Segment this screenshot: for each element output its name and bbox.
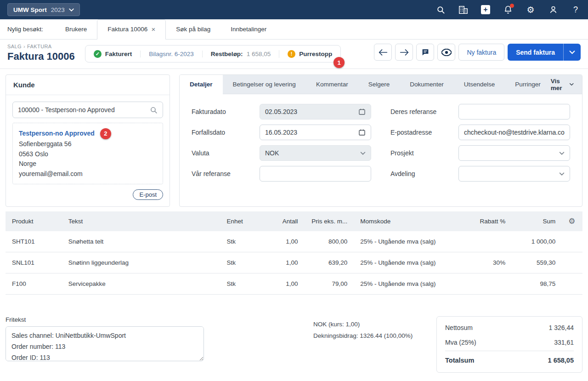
details-tabs: Detaljer Betingelser og levering Komment…	[180, 75, 582, 94]
fakturadato-field[interactable]	[260, 104, 371, 119]
recent-tab-brukere[interactable]: Brukere	[55, 19, 97, 40]
forfallsdato-input[interactable]	[265, 129, 355, 136]
customer-search-field[interactable]	[12, 102, 163, 118]
previous-invoice-button[interactable]	[374, 44, 392, 61]
breadcrumb-faktura[interactable]: FAKTURA	[27, 44, 52, 49]
show-more-menu[interactable]: Vis mer	[551, 78, 582, 91]
table-row[interactable]: F100 Servicepakke Stk 1,00 79,00 25% - U…	[6, 273, 582, 295]
totalsum-value: 1 658,05	[548, 357, 574, 364]
col-tekst: Tekst	[62, 211, 220, 231]
details-fields: Fakturadato Deres referanse Forfallsdato	[180, 94, 582, 191]
field-avdeling: Avdeling	[390, 166, 570, 182]
forfallsdato-field[interactable]	[260, 125, 371, 140]
deres-referanse-field[interactable]	[458, 104, 570, 119]
status-purrestopp: ! Purrestopp	[279, 50, 340, 58]
quick-add-icon[interactable]: +	[481, 5, 491, 15]
search-icon[interactable]	[435, 5, 446, 15]
eye-icon	[441, 49, 452, 56]
recent-tab-innbetalinger[interactable]: Innbetalinger	[220, 19, 277, 40]
col-momskode: Momskode	[354, 211, 466, 231]
table-row[interactable]: SHT101 Snøhetta telt Stk 1,00 800,00 25%…	[6, 231, 582, 252]
recent-tab-sok-pa-bilag[interactable]: Søk på bilag	[166, 19, 220, 40]
field-fakturadato: Fakturadato	[192, 104, 371, 119]
comments-button[interactable]	[416, 44, 434, 61]
field-valuta: Valuta NOK	[192, 145, 371, 161]
close-tab-icon[interactable]: ×	[151, 19, 155, 40]
main-content: Kunde Testperson-no Approved 2 Sofienber…	[0, 69, 588, 207]
next-invoice-button[interactable]	[395, 44, 413, 61]
valuta-value: NOK	[265, 149, 279, 157]
status-fakturert: ✓ Fakturert	[85, 50, 141, 58]
currency-info: NOK (kurs: 1,00) Dekningsbidrag: 1326.44…	[313, 316, 413, 341]
customer-card-title: Kunde	[6, 75, 170, 95]
tab-selgere[interactable]: Selgere	[358, 75, 400, 94]
epostadresse-input[interactable]	[464, 129, 565, 136]
field-prosjekt: Prosjekt	[390, 145, 570, 161]
top-bar: UMW Sport 2023 + ⚙ ?	[0, 0, 588, 19]
search-icon	[150, 106, 158, 114]
avdeling-select[interactable]	[458, 166, 570, 182]
table-row[interactable]: SNL101 Snøtinn liggeunderlag Stk 1,00 63…	[6, 252, 582, 273]
customer-search-input[interactable]	[18, 106, 150, 114]
calendar-icon	[358, 108, 366, 115]
prosjekt-select[interactable]	[458, 145, 570, 161]
fritekst-textarea[interactable]: Sales channel: UniNettbutikk-UmwSport Or…	[6, 326, 204, 361]
epost-row: E-post	[12, 189, 163, 200]
chevron-down-icon	[559, 172, 565, 176]
help-icon[interactable]: ?	[571, 5, 581, 15]
var-referanse-input[interactable]	[265, 170, 366, 177]
restbelop-value: 1 658,05	[247, 51, 271, 57]
table-settings-gear-icon[interactable]: ⚙	[568, 217, 575, 226]
address-line-email: youremail@email.com	[19, 169, 157, 179]
company-name: UMW Sport	[13, 6, 47, 13]
table-header-row: Produkt Tekst Enhet Antall Pris eks. m..…	[6, 211, 582, 231]
bilagsnr-link[interactable]: Bilagsnr. 6-2023	[149, 51, 194, 57]
field-var-referanse: Vår referanse	[192, 166, 371, 182]
tab-purringer[interactable]: Purringer	[505, 75, 551, 94]
status-restbelop: Restbeløp: 1 658,05	[202, 51, 279, 57]
send-invoice-button[interactable]: Send faktura	[508, 44, 563, 61]
var-referanse-field[interactable]	[260, 166, 371, 182]
warning-circle-icon: !	[288, 50, 295, 58]
page-title: Faktura 10006	[7, 51, 75, 63]
email-button[interactable]: E-post	[133, 189, 163, 200]
tab-kommentar[interactable]: Kommentar	[306, 75, 358, 94]
fakturadato-input[interactable]	[265, 108, 355, 115]
arrow-right-icon	[400, 49, 409, 56]
recent-tab-faktura-10006[interactable]: Faktura 10006 ×	[97, 19, 166, 40]
deres-referanse-input[interactable]	[464, 108, 565, 115]
col-pris: Pris eks. m...	[305, 211, 354, 231]
mva-value: 331,61	[554, 339, 574, 346]
tab-dokumenter[interactable]: Dokumenter	[400, 75, 454, 94]
col-sum: Sum	[512, 211, 562, 231]
address-line-country: Norge	[19, 159, 157, 169]
chevron-down-icon	[360, 152, 366, 155]
tab-detaljer[interactable]: Detaljer	[180, 75, 223, 94]
notifications-bell-icon[interactable]	[503, 5, 513, 15]
tab-betingelser-og-levering[interactable]: Betingelser og levering	[223, 75, 306, 94]
epostadresse-field[interactable]	[458, 125, 570, 140]
totalsum-line: Totalsum 1 658,05	[445, 351, 574, 368]
settings-gear-icon[interactable]: ⚙	[526, 5, 536, 15]
company-selector[interactable]: UMW Sport 2023	[7, 3, 80, 16]
new-invoice-button[interactable]: Ny faktura	[458, 44, 504, 61]
breadcrumb-salg[interactable]: SALG	[7, 44, 22, 49]
send-invoice-caret[interactable]	[563, 44, 581, 61]
notification-dot	[510, 4, 514, 8]
user-profile-icon[interactable]	[548, 5, 558, 15]
fritekst-label: Fritekst	[6, 316, 204, 323]
preview-button[interactable]	[437, 44, 455, 61]
field-deres-referanse: Deres referanse	[390, 104, 570, 119]
company-year: 2023	[51, 6, 65, 13]
valuta-select[interactable]: NOK	[260, 145, 371, 161]
field-forfallsdato: Forfallsdato	[192, 125, 371, 140]
comment-icon	[421, 48, 430, 56]
callout-badge-2: 2	[100, 128, 111, 139]
col-produkt: Produkt	[6, 211, 62, 231]
nettosum-value: 1 326,44	[549, 324, 574, 331]
title-block: SALG›FAKTURA Faktura 10006	[7, 44, 75, 63]
callout-badge-1: 1	[334, 57, 345, 68]
tab-utsendelse[interactable]: Utsendelse	[454, 75, 505, 94]
company-register-icon[interactable]	[458, 5, 468, 15]
customer-name-link[interactable]: Testperson-no Approved	[19, 130, 95, 137]
